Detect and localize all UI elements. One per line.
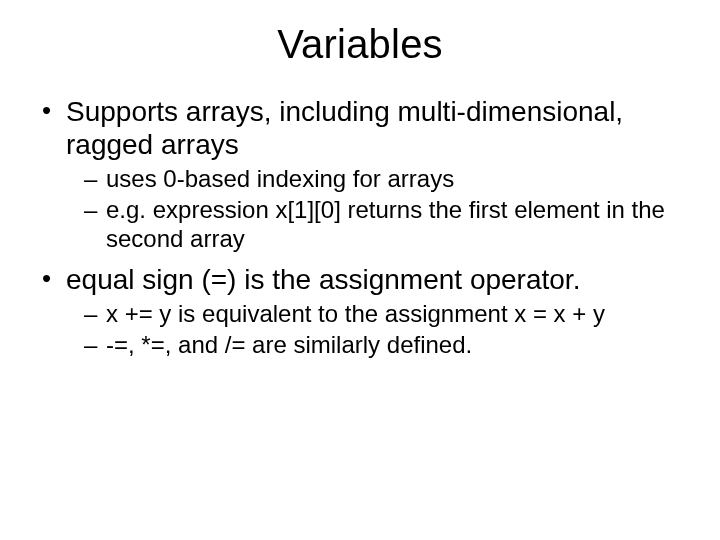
list-item: equal sign (=) is the assignment operato… (38, 263, 686, 360)
bullet-text: e.g. expression x[1][0] returns the firs… (106, 196, 665, 252)
list-item: uses 0-based indexing for arrays (84, 165, 686, 194)
bullet-text: x += y is equivalent to the assignment x… (106, 300, 605, 327)
list-item: x += y is equivalent to the assignment x… (84, 300, 686, 329)
bullet-list: Supports arrays, including multi-dimensi… (30, 95, 690, 360)
sub-list: x += y is equivalent to the assignment x… (66, 300, 686, 360)
sub-list: uses 0-based indexing for arrays e.g. ex… (66, 165, 686, 253)
list-item: Supports arrays, including multi-dimensi… (38, 95, 686, 253)
bullet-text: equal sign (=) is the assignment operato… (66, 264, 580, 295)
list-item: -=, *=, and /= are similarly defined. (84, 331, 686, 360)
bullet-text: uses 0-based indexing for arrays (106, 165, 454, 192)
bullet-text: -=, *=, and /= are similarly defined. (106, 331, 472, 358)
bullet-text: Supports arrays, including multi-dimensi… (66, 96, 623, 160)
slide: Variables Supports arrays, including mul… (0, 0, 720, 540)
slide-title: Variables (30, 22, 690, 67)
list-item: e.g. expression x[1][0] returns the firs… (84, 196, 686, 254)
